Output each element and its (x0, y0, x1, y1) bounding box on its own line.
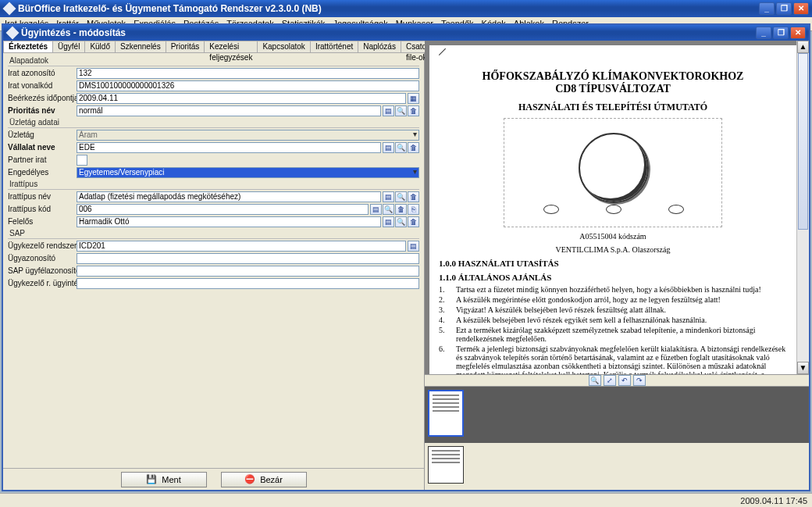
section-irattipus: Irattípus (8, 178, 419, 190)
input-irat-vonalkod[interactable]: DMS100100000000001326 (77, 80, 419, 91)
clear-icon[interactable]: 🗑 (395, 204, 407, 215)
label-prioritas-nev: Prioritás név (8, 106, 77, 115)
search-icon[interactable]: 🔍 (395, 142, 407, 153)
input-ugykezelo-rendszer[interactable]: ICD201 (77, 241, 406, 252)
tab-kapcsolatok[interactable]: Kapcsolatok (257, 41, 310, 52)
clear-icon[interactable]: 🗑 (408, 216, 419, 227)
sub-window-icon (6, 27, 20, 40)
label-irat-azonosito: Irat azonosító (8, 69, 77, 77)
picker-icon[interactable]: ▤ (370, 204, 382, 215)
picker-icon[interactable]: ▤ (383, 216, 394, 227)
input-irattipus-nev[interactable]: Adatlap (fizetési megállapodás megkötésé… (77, 191, 381, 202)
label-beerkezes-idopontja: Beérkezés időpontja (8, 94, 77, 102)
save-button-label: Ment (162, 475, 180, 484)
input-sap-ugyfelazonosito[interactable] (77, 266, 419, 277)
label-irattipus-kod: Irattípus kód (8, 205, 77, 213)
tab-szkenneles[interactable]: Szkennelés (115, 41, 166, 52)
close-button-label: Bezár (260, 475, 283, 484)
form-buttons: 💾 Ment ⛔ Bezár (3, 468, 424, 490)
doc-list: 1.Tartsa ezt a füzetet mindig könnyen ho… (439, 285, 787, 374)
doc-figure (504, 118, 722, 227)
scroll-down-icon[interactable]: ▼ (797, 362, 809, 374)
sub-titlebar: Ügyintézés - módosítás _ ❐ ✕ (3, 25, 809, 41)
picker-icon[interactable]: ▤ (383, 105, 394, 116)
tab-ugyfel[interactable]: Ügyfél (52, 41, 85, 52)
input-ugykezelo-r-ugyintezo[interactable] (77, 278, 419, 289)
zoom-icon[interactable]: 🔍 (589, 375, 601, 386)
picker-icon[interactable]: ▤ (408, 241, 419, 252)
input-irat-azonosito[interactable]: 132 (77, 68, 419, 79)
scrollbar-thumb[interactable] (798, 53, 808, 230)
label-vallalat-neve: Vállalat neve (8, 143, 77, 152)
label-ugyazonosito: Ügyazonosító (8, 254, 77, 262)
doc-sec-110: 1.1.0 ÁLTALÁNOS AJÁNLÁS (439, 273, 787, 282)
main-close-button[interactable]: ✕ (793, 2, 809, 15)
floppy-icon: 💾 (146, 474, 157, 484)
doc-code: A05515004 kódszám (439, 232, 787, 241)
picker-icon[interactable]: ▤ (383, 142, 394, 153)
main-minimize-button[interactable]: _ (759, 2, 775, 15)
document-page: HŐFOKSZABÁLYZÓ KLÍMAKONVEKTOROKHOZ CD8 T… (429, 45, 796, 374)
tab-prioritas[interactable]: Prioritás (166, 41, 205, 52)
doc-title-2: CD8 TÍPUSVÁLTOZAT (439, 83, 787, 95)
main-titlebar: BürOffice Iratkezelő- és Ügymenet Támoga… (0, 0, 812, 17)
search-icon[interactable]: 🔍 (395, 191, 407, 202)
right-pane: HŐFOKSZABÁLYZÓ KLÍMAKONVEKTOROKHOZ CD8 T… (425, 41, 809, 490)
select-engedelyes[interactable]: Egyetemes/Versenypiaci (77, 167, 419, 178)
input-felelos[interactable]: Harmadik Ottó (77, 216, 381, 227)
search-icon[interactable]: 🔍 (383, 204, 394, 215)
doc-vertical-scrollbar[interactable]: ▲ ▼ (796, 41, 809, 374)
label-ugykezelo-rendszer: Ügykezelő rendszer (8, 241, 77, 250)
sub-minimize-button[interactable]: _ (756, 27, 771, 39)
no-entry-icon: ⛔ (244, 474, 255, 484)
close-button[interactable]: ⛔ Bezár (221, 472, 307, 487)
input-vallalat-neve[interactable]: EDE (77, 142, 381, 153)
sub-title-text: Ügyintézés - módosítás (21, 27, 126, 38)
tab-kuldo[interactable]: Küldő (84, 41, 116, 52)
thumbnail-page-1[interactable] (428, 390, 464, 437)
label-felelos: Felelős (8, 217, 77, 226)
thumbnail-strip-1 (425, 387, 809, 443)
save-button[interactable]: 💾 Ment (121, 472, 207, 487)
fit-width-icon[interactable]: ⤢ (604, 375, 616, 386)
tabbar: Érkeztetés Ügyfél Küldő Szkennelés Prior… (3, 41, 424, 53)
checkbox-partner-irat[interactable] (77, 155, 87, 166)
input-irattipus-kod[interactable]: 006 (77, 204, 369, 215)
select-uzletag[interactable]: Áram (77, 130, 419, 141)
doc-company: VENTILCLIMA S.p.A. Olaszország (439, 245, 787, 254)
picker-icon[interactable]: ▤ (383, 191, 394, 202)
input-ugyazonosito[interactable] (77, 253, 419, 264)
status-datetime: 2009.04.11 17:45 (740, 496, 807, 505)
document-viewer[interactable]: HŐFOKSZABÁLYZÓ KLÍMAKONVEKTOROKHOZ CD8 T… (425, 41, 809, 374)
tab-naplozas[interactable]: Naplózás (358, 41, 401, 52)
input-beerkezes-idopontja[interactable]: 2009.04.11 (77, 93, 406, 104)
app-icon (3, 2, 16, 16)
main-restore-button[interactable]: ❐ (776, 2, 792, 15)
sub-close-button[interactable]: ✕ (790, 27, 806, 39)
left-pane: Érkeztetés Ügyfél Küldő Szkennelés Prior… (3, 41, 425, 490)
statusbar: 2009.04.11 17:45 (0, 493, 812, 507)
scroll-up-icon[interactable]: ▲ (797, 41, 809, 53)
copy-icon[interactable]: ⎘ (408, 204, 419, 215)
clear-icon[interactable]: 🗑 (408, 191, 419, 202)
label-sap-ugyfelazonosito: SAP ügyfélazonosító (8, 266, 77, 275)
viewer-toolbar: 🔍 ⤢ ↶ ↷ (425, 374, 809, 387)
tab-erkeztetes[interactable]: Érkeztetés (3, 41, 53, 52)
rotate-right-icon[interactable]: ↷ (633, 375, 646, 386)
search-icon[interactable]: 🔍 (395, 105, 407, 116)
sub-restore-button[interactable]: ❐ (773, 27, 789, 39)
input-prioritas-nev[interactable]: normál (77, 105, 381, 116)
sub-window: Ügyintézés - módosítás _ ❐ ✕ Érkeztetés … (2, 23, 810, 491)
label-irat-vonalkod: Irat vonalkód (8, 81, 77, 90)
clear-icon[interactable]: 🗑 (408, 142, 419, 153)
tab-irattortenet[interactable]: Irattörténet (310, 41, 358, 52)
clear-icon[interactable]: 🗑 (408, 105, 419, 116)
rotate-left-icon[interactable]: ↶ (618, 375, 631, 386)
label-irattipus-nev: Irattípus név (8, 192, 77, 201)
tab-kezelesi-feljegyzesek[interactable]: Kezelési feljegyzések (204, 41, 258, 52)
calendar-icon[interactable]: ▦ (408, 93, 419, 104)
label-engedelyes: Engedélyes (8, 168, 77, 177)
thumbnail-doc-1[interactable] (428, 446, 464, 484)
search-icon[interactable]: 🔍 (395, 216, 407, 227)
doc-sec-100: 1.0.0 HASZNÁLATI UTASÍTÁS (439, 259, 787, 268)
